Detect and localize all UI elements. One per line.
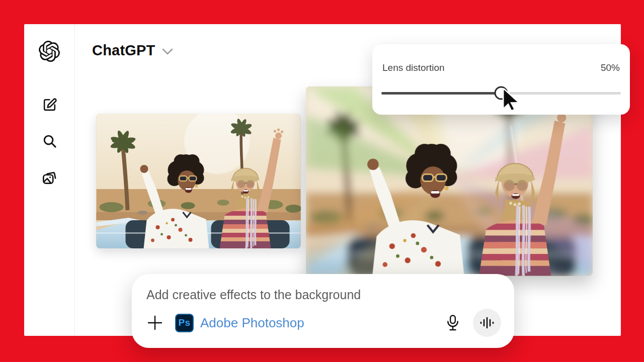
plugin-name: Adobe Photoshop: [200, 315, 304, 331]
compose-icon: [42, 97, 57, 113]
plus-icon: [147, 315, 163, 331]
prompt-composer[interactable]: Add creative effects to the background P…: [132, 274, 514, 348]
photo-with-effect[interactable]: [306, 86, 593, 276]
prompt-input-text[interactable]: Add creative effects to the background: [146, 288, 361, 302]
voice-mode-button[interactable]: [473, 309, 501, 337]
photoshop-badge-icon: Ps: [175, 314, 194, 332]
sidebar-item-library[interactable]: [38, 167, 60, 189]
photo-original[interactable]: [96, 114, 301, 248]
search-icon: [42, 133, 57, 149]
slider-label: Lens distortion: [382, 62, 445, 73]
slider-value: 50%: [601, 62, 620, 73]
attach-button[interactable]: [146, 314, 164, 331]
page-title: ChatGPT: [92, 42, 155, 59]
chevron-down-icon: [162, 48, 173, 55]
sidebar: [24, 24, 74, 336]
sidebar-item-new-chat[interactable]: [38, 94, 60, 116]
microphone-icon: [445, 314, 460, 331]
chatgpt-window: ChatGPT Lens distortion 50%: [24, 24, 621, 336]
sidebar-divider: [74, 24, 75, 336]
library-icon: [41, 169, 58, 187]
slider-fill: [381, 92, 501, 95]
openai-logo-icon[interactable]: [38, 40, 60, 62]
sidebar-item-search[interactable]: [38, 130, 60, 152]
photoshop-plugin-chip[interactable]: Ps Adobe Photoshop: [175, 314, 304, 332]
mouse-cursor-icon: [501, 87, 522, 111]
app-frame: ChatGPT Lens distortion 50%: [0, 0, 644, 362]
model-switcher[interactable]: ChatGPT: [92, 42, 173, 59]
dictate-button[interactable]: [442, 312, 464, 334]
voice-waveform-icon: [479, 316, 495, 329]
effect-slider-panel: Lens distortion 50%: [372, 44, 630, 115]
